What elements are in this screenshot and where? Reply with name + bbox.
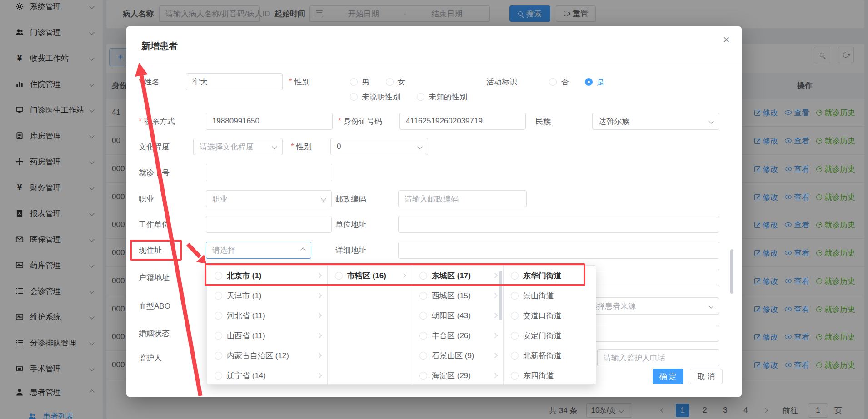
education-label: 文化程度 [139, 138, 170, 155]
gender-unknown-radio[interactable]: 未知的性别 [417, 92, 467, 102]
gender-code-select[interactable]: 0 [330, 138, 428, 155]
modal-title: 新增患者 [141, 40, 178, 52]
screen: 系统管理 门诊管理 ¥收费工作站 住院管理 门诊医生工作站 库房管理 药房管理 … [0, 0, 868, 419]
gender-unstated-radio[interactable]: 未说明性别 [350, 92, 400, 102]
cascader-option-jiaodaokou[interactable]: 交道口街道 [504, 306, 596, 325]
chevron-right-icon [492, 293, 497, 298]
gender-code-label: 性别 [291, 138, 312, 155]
divider [126, 62, 742, 62]
current-address-cascader[interactable]: 请选择 [206, 242, 311, 259]
chevron-right-icon [316, 293, 321, 298]
chevron-down-icon [708, 303, 713, 308]
id-number-label: 身份证号码 [338, 113, 382, 130]
gender-label: 性别 [289, 73, 310, 90]
cascader-option-fengtai[interactable]: 丰台区 (26) [412, 325, 503, 345]
marital-status-label: 婚姻状态 [139, 325, 170, 342]
chevron-right-icon [316, 353, 321, 358]
chevron-right-icon [316, 373, 321, 378]
radio-icon [386, 78, 394, 86]
gender-male-radio[interactable]: 男 [350, 77, 369, 87]
ethnicity-select[interactable]: 达斡尔族 [592, 113, 719, 130]
ethnicity-label: 民族 [535, 113, 551, 130]
radio-icon [419, 292, 427, 300]
chevron-right-icon [316, 313, 321, 318]
detail-address-input[interactable] [398, 242, 719, 259]
column-scrollbar[interactable] [499, 271, 502, 320]
address-cascader-panel: 北京市 (1) 天津市 (1) 河北省 (11) 山西省 (11) 内蒙古自治区… [207, 265, 596, 385]
radio-icon [335, 272, 343, 280]
radio-checked-icon [585, 78, 593, 86]
cascader-option-dongsi[interactable]: 东四街道 [504, 365, 596, 385]
cascader-street-column: 东华门街道 景山街道 交道口街道 安定门街道 北新桥街道 东四街道 [504, 266, 596, 384]
detail-address-label: 详细地址 [335, 242, 366, 259]
employer-label: 工作单位 [139, 216, 170, 233]
chevron-right-icon [492, 333, 497, 338]
chevron-right-icon [492, 373, 497, 378]
close-icon[interactable]: × [723, 33, 730, 47]
modal-scrollbar[interactable] [730, 249, 733, 294]
visit-card-input[interactable] [206, 164, 332, 181]
chevron-down-icon [708, 118, 713, 123]
radio-icon [215, 312, 222, 320]
cascader-option-shijingshan[interactable]: 石景山区 (9) [412, 345, 503, 365]
visit-card-label: 就诊卡号 [139, 164, 170, 181]
cascader-option-beijing[interactable]: 北京市 (1) [207, 266, 327, 286]
radio-icon [511, 272, 519, 280]
cascader-option-donghuamen[interactable]: 东华门街道 [504, 266, 596, 286]
cascader-option-hebei[interactable]: 河北省 (11) [207, 306, 327, 325]
gender-radio-group-extra: 未说明性别 未知的性别 [350, 88, 467, 105]
cascader-district-column: 东城区 (17) 西城区 (15) 朝阳区 (43) 丰台区 (26) 石景山区… [412, 266, 504, 384]
active-flag-radio-group: 否 是 [549, 73, 604, 90]
cascader-option-xicheng[interactable]: 西城区 (15) [412, 286, 503, 306]
chevron-right-icon [492, 273, 497, 278]
chevron-right-icon [492, 313, 497, 318]
radio-icon [511, 372, 519, 380]
employer-input[interactable] [206, 216, 332, 233]
name-input[interactable]: 牢大 [186, 73, 283, 90]
postal-code-input[interactable]: 请输入邮政编码 [398, 190, 527, 207]
confirm-button[interactable]: 确 定 [653, 369, 683, 384]
cascader-option-haidian[interactable]: 海淀区 (29) [412, 365, 503, 385]
cascader-option-chaoyang[interactable]: 朝阳区 (43) [412, 306, 503, 325]
gender-female-radio[interactable]: 女 [386, 77, 405, 87]
radio-icon [511, 332, 519, 340]
guardian-label: 监护人 [139, 349, 162, 366]
cascader-option-neimenggu[interactable]: 内蒙古自治区 (12) [207, 345, 327, 365]
cascader-option-andingmen[interactable]: 安定门街道 [504, 325, 596, 345]
chevron-right-icon [316, 273, 321, 278]
radio-icon [215, 352, 222, 360]
contact-input[interactable]: 19880991650 [206, 113, 333, 130]
radio-icon [350, 78, 358, 86]
occupation-select[interactable]: 职业 [206, 190, 332, 207]
radio-icon [215, 272, 222, 280]
cascader-option-tianjin[interactable]: 天津市 (1) [207, 286, 327, 306]
radio-icon [511, 312, 519, 320]
radio-icon [350, 93, 358, 101]
chevron-right-icon [401, 273, 406, 278]
radio-icon [419, 332, 427, 340]
blood-type-label: 血型ABO [139, 297, 170, 315]
guardian-phone-input[interactable]: 请输入监护人电话 [597, 349, 719, 366]
employer-address-input[interactable] [398, 216, 719, 233]
chevron-up-icon [300, 247, 305, 252]
postal-code-label: 邮政编码 [335, 190, 366, 207]
radio-icon [215, 332, 222, 340]
id-number-input[interactable]: 411625192602039719 [399, 113, 526, 130]
cancel-button[interactable]: 取 消 [690, 369, 723, 384]
occupation-label: 职业 [139, 190, 154, 207]
chevron-down-icon [272, 144, 277, 149]
active-yes-radio[interactable]: 是 [585, 77, 604, 87]
cascader-option-shixiaqu[interactable]: 市辖区 (16) [328, 266, 412, 286]
cascader-option-shanxi[interactable]: 山西省 (11) [207, 325, 327, 345]
education-select[interactable]: 请选择文化程度 [193, 138, 283, 155]
active-no-radio[interactable]: 否 [549, 77, 569, 87]
radio-icon [511, 292, 519, 300]
chevron-down-icon [321, 196, 326, 201]
cascader-option-liaoning[interactable]: 辽宁省 (14) [207, 365, 327, 385]
chevron-right-icon [316, 333, 321, 338]
patient-source-select[interactable]: 请选择患者来源 [575, 297, 719, 315]
household-address-label: 户籍地址 [139, 269, 170, 286]
cascader-option-jingshan[interactable]: 景山街道 [504, 286, 596, 306]
cascader-option-beixinqiao[interactable]: 北新桥街道 [504, 345, 596, 365]
cascader-option-dongcheng[interactable]: 东城区 (17) [412, 266, 503, 286]
